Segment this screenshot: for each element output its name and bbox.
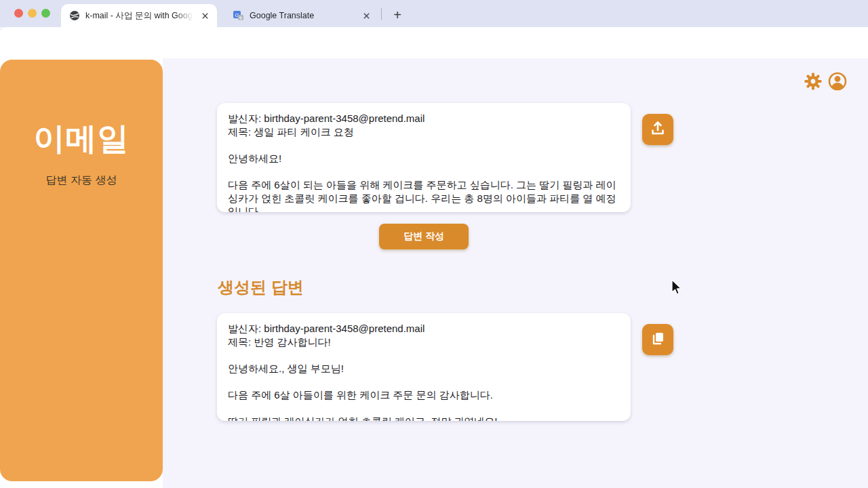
app-title: 이메일 (0, 118, 163, 160)
tab-title: k-mail - 사업 문의 with Google (85, 10, 195, 22)
header-icons (746, 71, 854, 92)
copy-icon (648, 329, 667, 350)
reply-sender-line: 발신자: birthday-parent-3458@pretend.mail (228, 322, 620, 336)
tab-strip: k-mail - 사업 문의 with Google G文 Google Tra… (0, 0, 868, 27)
tab-title: Google Translate (250, 11, 357, 20)
window-minimize-button[interactable] (28, 9, 37, 18)
sidebar: 이메일 답변 자동 생성 (0, 60, 163, 481)
reply-subject-line: 제목: 반영 감사합니다! (228, 336, 620, 349)
tab-close-icon[interactable] (361, 10, 372, 21)
tab-kmail[interactable]: k-mail - 사업 문의 with Google (61, 4, 217, 27)
incoming-sender-line: 발신자: birthday-parent-3458@pretend.mail (228, 112, 620, 125)
tab-google-translate[interactable]: G文 Google Translate (225, 4, 378, 27)
tab-divider (381, 8, 382, 20)
new-tab-button[interactable]: + (388, 5, 407, 24)
upload-icon (648, 119, 667, 140)
reply-email-card: 발신자: birthday-parent-3458@pretend.mail 제… (217, 313, 631, 421)
svg-text:文: 文 (239, 16, 243, 20)
settings-gear-icon[interactable] (804, 72, 823, 94)
browser-toolbar: 127.0.0.1:5000 (0, 27, 868, 58)
upload-button[interactable] (642, 114, 673, 145)
sidebar-column: 이메일 답변 자동 생성 (0, 58, 163, 488)
reply-greeting: 안녕하세요., 생일 부모님! (228, 362, 620, 375)
generated-reply-heading: 생성된 답변 (218, 277, 304, 298)
incoming-email-card: 발신자: birthday-parent-3458@pretend.mail 제… (217, 103, 631, 212)
globe-favicon-icon (69, 10, 80, 21)
reply-body-line2: 딸기 필링과 레이싱카가 얹힌 초콜릿 케이크, 정말 귀엽네요! (228, 415, 620, 421)
window-zoom-button[interactable] (41, 9, 50, 18)
window-close-button[interactable] (14, 9, 23, 18)
copy-button[interactable] (642, 324, 673, 355)
incoming-greeting: 안녕하세요! (228, 152, 620, 165)
incoming-subject-line: 제목: 생일 파티 케이크 요청 (228, 125, 620, 139)
tab-close-icon[interactable] (199, 10, 210, 21)
user-account-icon[interactable] (827, 71, 848, 94)
compose-reply-button[interactable]: 답변 작성 (379, 224, 469, 249)
incoming-body: 다음 주에 6살이 되는 아들을 위해 케이크를 주문하고 싶습니다. 그는 딸… (228, 178, 620, 212)
google-translate-favicon-icon: G文 (233, 10, 244, 21)
app-subtitle: 답변 자동 생성 (0, 174, 163, 188)
page-content: 이메일 답변 자동 생성 (0, 58, 868, 488)
browser-window: k-mail - 사업 문의 with Google G文 Google Tra… (0, 0, 868, 488)
reply-body-line1: 다음 주에 6살 아들이를 위한 케이크 주문 문의 감사합니다. (228, 388, 620, 402)
